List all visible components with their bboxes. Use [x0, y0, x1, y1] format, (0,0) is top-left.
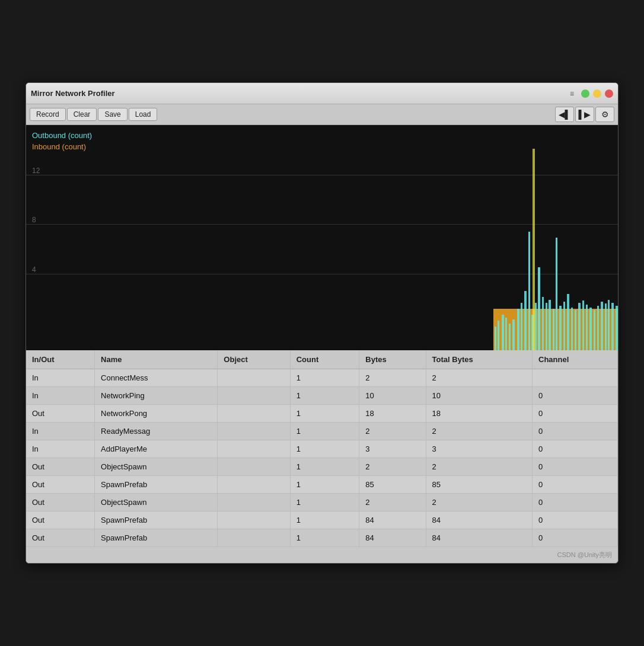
- col-header-count: Count: [290, 350, 359, 369]
- settings-button[interactable]: ⚙: [595, 107, 614, 122]
- table-cell: [218, 529, 290, 547]
- table-cell: [218, 511, 290, 529]
- table-cell: Out: [26, 405, 95, 423]
- menu-lines-icon[interactable]: ≡: [570, 89, 574, 98]
- svg-rect-18: [556, 238, 557, 350]
- svg-rect-5: [509, 324, 511, 350]
- col-header-total-bytes: Total Bytes: [426, 350, 532, 369]
- col-header-bytes: Bytes: [359, 350, 426, 369]
- prev-frame-button[interactable]: ◀▌: [555, 107, 574, 122]
- svg-rect-9: [524, 291, 527, 350]
- svg-rect-6: [512, 319, 515, 350]
- table-cell: In: [26, 423, 95, 440]
- table-cell: 84: [359, 511, 426, 529]
- svg-rect-21: [567, 294, 569, 350]
- table-cell: 2: [359, 423, 426, 440]
- table-cell: Out: [26, 494, 95, 511]
- table-row[interactable]: InReadyMessag1220: [26, 423, 618, 440]
- svg-rect-29: [597, 306, 599, 350]
- table-row[interactable]: InAddPlayerMe1330: [26, 440, 618, 458]
- svg-rect-1: [495, 327, 496, 350]
- table-cell: ObjectSpawn: [95, 494, 218, 511]
- svg-rect-22: [571, 308, 573, 350]
- table-cell: 10: [359, 387, 426, 405]
- svg-rect-20: [563, 302, 565, 350]
- table-cell: Out: [26, 476, 95, 494]
- table-cell: 1: [290, 423, 359, 440]
- close-button[interactable]: [605, 89, 613, 98]
- table-cell: 1: [290, 387, 359, 405]
- svg-rect-2: [498, 321, 499, 350]
- table-cell: 84: [359, 529, 426, 547]
- table-cell: [533, 369, 618, 387]
- table-cell: 0: [533, 405, 618, 423]
- col-header-name: Name: [95, 350, 218, 369]
- svg-rect-17: [553, 309, 554, 350]
- table-cell: 1: [290, 476, 359, 494]
- svg-rect-19: [559, 306, 562, 350]
- table-cell: Out: [26, 511, 95, 529]
- table-cell: 2: [426, 494, 532, 511]
- table-cell: [218, 458, 290, 476]
- load-button[interactable]: Load: [129, 108, 158, 121]
- record-button[interactable]: Record: [30, 108, 66, 121]
- svg-rect-24: [578, 303, 581, 350]
- table-cell: 3: [359, 440, 426, 458]
- svg-rect-8: [521, 303, 522, 350]
- table-row[interactable]: OutSpawnPrefab185850: [26, 476, 618, 494]
- clear-button[interactable]: Clear: [67, 108, 97, 121]
- table-cell: 18: [426, 405, 532, 423]
- table-row[interactable]: OutObjectSpawn1220: [26, 494, 618, 511]
- grid-label-4: 4: [32, 266, 36, 274]
- table-cell: [218, 423, 290, 440]
- table-cell: Out: [26, 529, 95, 547]
- table-cell: [218, 405, 290, 423]
- svg-rect-15: [546, 303, 547, 350]
- svg-rect-27: [589, 308, 592, 350]
- table-cell: ObjectSpawn: [95, 458, 218, 476]
- table-cell: 1: [290, 458, 359, 476]
- chart-svg: [493, 149, 618, 350]
- svg-rect-16: [549, 300, 551, 350]
- save-button[interactable]: Save: [98, 108, 127, 121]
- maximize-button[interactable]: [581, 89, 589, 98]
- col-header-object: Object: [218, 350, 290, 369]
- chart-legend: Outbound (count) Inbound (count): [32, 131, 92, 151]
- table-cell: [218, 387, 290, 405]
- svg-rect-33: [611, 303, 614, 350]
- table-cell: [218, 476, 290, 494]
- table-cell: 1: [290, 511, 359, 529]
- svg-rect-14: [542, 297, 544, 350]
- table-cell: NetworkPong: [95, 405, 218, 423]
- table-row[interactable]: OutNetworkPong118180: [26, 405, 618, 423]
- svg-rect-7: [517, 309, 519, 350]
- table-cell: 1: [290, 405, 359, 423]
- svg-rect-26: [586, 305, 588, 350]
- table-row[interactable]: InNetworkPing110100: [26, 387, 618, 405]
- table-cell: 1: [290, 440, 359, 458]
- table-row[interactable]: OutObjectSpawn1220: [26, 458, 618, 476]
- table-row[interactable]: InConnectMess122: [26, 369, 618, 387]
- inbound-label: Inbound (count): [32, 142, 92, 151]
- table-cell: 2: [426, 458, 532, 476]
- table-row[interactable]: OutSpawnPrefab184840: [26, 511, 618, 529]
- table-cell: 0: [533, 511, 618, 529]
- chart-area: Outbound (count) Inbound (count) 12 8 4: [26, 125, 618, 350]
- table-cell: Out: [26, 458, 95, 476]
- table-cell: 85: [426, 476, 532, 494]
- grid-label-12: 12: [32, 167, 40, 175]
- table-cell: In: [26, 440, 95, 458]
- table-row[interactable]: OutSpawnPrefab184840: [26, 529, 618, 547]
- table-header-row: In/Out Name Object Count Bytes Total Byt…: [26, 350, 618, 369]
- col-header-inout: In/Out: [26, 350, 95, 369]
- table-cell: 84: [426, 511, 532, 529]
- outbound-label: Outbound (count): [32, 131, 92, 140]
- next-frame-button[interactable]: ▌▶: [575, 107, 594, 122]
- svg-rect-23: [575, 310, 576, 350]
- minimize-button[interactable]: [593, 89, 601, 98]
- table-cell: 1: [290, 529, 359, 547]
- svg-rect-34: [616, 306, 618, 350]
- table-cell: 0: [533, 494, 618, 511]
- table-cell: In: [26, 369, 95, 387]
- grid-label-8: 8: [32, 216, 36, 224]
